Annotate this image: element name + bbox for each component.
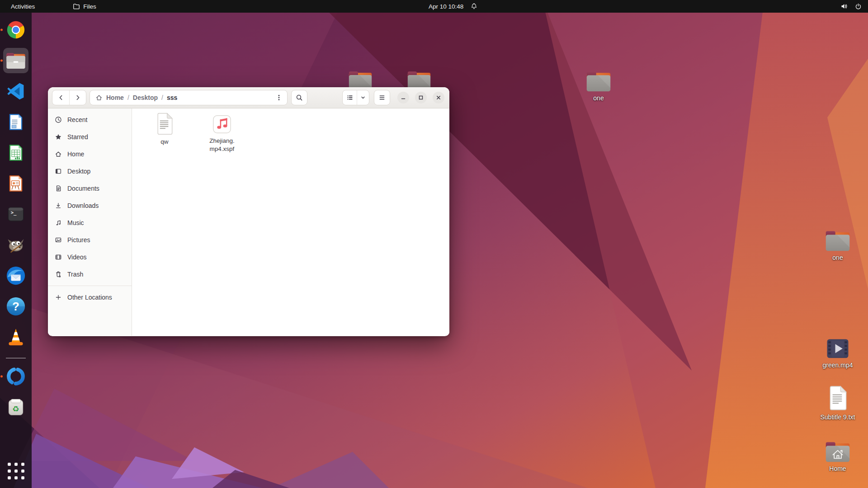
sidebar-item-label: Starred [67, 133, 88, 141]
dock-item-files[interactable] [2, 50, 30, 71]
dock-item-libreoffice-impress[interactable] [2, 173, 30, 194]
star-icon [55, 133, 62, 141]
system-status-area[interactable] [840, 0, 864, 13]
chrome-icon [5, 19, 26, 40]
sidebar-item-starred[interactable]: Starred [48, 128, 132, 145]
recent-icon [55, 116, 62, 123]
dock-divider [6, 358, 26, 358]
desktop-folder-home[interactable]: Home [813, 441, 863, 473]
plus-icon [55, 294, 62, 301]
picture-icon [55, 236, 62, 244]
sidebar-item-downloads[interactable]: Downloads [48, 197, 132, 214]
chevron-left-icon [57, 94, 65, 101]
trash-bin-icon: ♻ [6, 397, 26, 417]
dock-item-help[interactable]: ? [2, 296, 30, 317]
app-menu-label: Files [83, 3, 96, 10]
hamburger-menu-icon [378, 94, 386, 101]
sidebar-item-trash[interactable]: Trash [48, 266, 132, 283]
home-icon [55, 150, 62, 158]
desktop-icon-label: green.mp4 [823, 361, 853, 369]
dock-item-libreoffice-calc[interactable] [2, 142, 30, 164]
app-grid-button[interactable] [5, 460, 27, 482]
thunderbird-icon [5, 265, 26, 286]
dock-item-thunderbird[interactable] [2, 265, 30, 286]
dock-item-vlc[interactable] [2, 326, 30, 348]
file-label: Zhejiang. mp4.xspf [209, 137, 235, 153]
desktop-icon-label: one [832, 254, 843, 262]
path-menu-button[interactable] [273, 91, 285, 104]
svg-text:>_: >_ [11, 210, 17, 216]
maximize-button[interactable] [415, 92, 427, 103]
desktop-folder-one-right[interactable]: one [813, 230, 863, 262]
chevron-down-icon [360, 94, 366, 101]
desktop-file-subtitle-9-txt[interactable]: Subtitle 9.txt [813, 385, 863, 421]
sidebar-item-label: Trash [67, 271, 83, 278]
text-file-icon [826, 385, 849, 411]
vscode-icon [6, 81, 26, 101]
trash-icon [55, 271, 62, 278]
sidebar-item-label: Videos [67, 253, 87, 261]
sidebar-item-home[interactable]: Home [48, 145, 132, 163]
music-icon [55, 219, 62, 226]
running-indicator [0, 375, 3, 378]
sidebar-item-other-locations[interactable]: Other Locations [48, 289, 132, 306]
breadcrumb-current-folder: sss [167, 94, 177, 101]
sidebar-item-label: Recent [67, 116, 87, 123]
power-icon [855, 3, 862, 10]
breadcrumb-separator: / [161, 94, 163, 101]
file-item-qw[interactable]: qw [137, 112, 192, 146]
sidebar-item-videos[interactable]: Videos [48, 249, 132, 266]
close-button[interactable] [433, 92, 444, 103]
bell-icon [471, 3, 477, 10]
sidebar-item-pictures[interactable]: Pictures [48, 231, 132, 249]
desktop-folder-one-top[interactable]: one [574, 70, 623, 102]
maximize-icon [418, 95, 424, 100]
help-icon: ? [5, 296, 26, 317]
sidebar-item-music[interactable]: Music [48, 214, 132, 231]
dock-item-trash[interactable]: ♻ [2, 396, 30, 418]
hamburger-menu-button[interactable] [374, 90, 390, 105]
activities-button[interactable]: Activities [5, 0, 40, 13]
home-folder-icon [825, 441, 850, 463]
desktop-file-green-mp4[interactable]: green.mp4 [813, 338, 863, 369]
path-bar[interactable]: Home / Desktop / sss [90, 90, 288, 105]
dock: >_ [0, 13, 32, 488]
sidebar-item-label: Other Locations [67, 294, 112, 301]
focused-app-menu[interactable]: Files [67, 0, 102, 13]
sidebar-item-documents[interactable]: Documents [48, 180, 132, 197]
minimize-button[interactable] [397, 92, 409, 103]
search-button[interactable] [291, 90, 307, 105]
file-item-zhejiang-mp4-xspf[interactable]: Zhejiang. mp4.xspf [195, 112, 249, 153]
sidebar-item-recent[interactable]: Recent [48, 111, 132, 128]
dock-item-libreoffice-writer[interactable] [2, 111, 30, 133]
libreoffice-calc-icon [6, 143, 25, 163]
file-list-area[interactable]: qw Zhejiang. mp4.xspf [132, 108, 449, 336]
history-nav-group [52, 90, 86, 105]
sidebar-item-desktop[interactable]: Desktop [48, 163, 132, 180]
kebab-menu-icon [275, 94, 283, 101]
vlc-icon [5, 327, 26, 347]
breadcrumb-desktop[interactable]: Desktop [133, 94, 158, 101]
dock-item-gimp[interactable] [2, 234, 30, 256]
view-options-dropdown[interactable] [357, 90, 369, 105]
folder-icon [825, 230, 850, 252]
desktop-screen: Activities Files Apr 10 10:48 [0, 0, 868, 488]
back-button[interactable] [52, 90, 69, 105]
document-icon [55, 185, 62, 192]
dock-item-blue-circle-app[interactable] [2, 366, 30, 387]
desktop-icon-label: one [593, 94, 604, 102]
forward-button[interactable] [69, 90, 86, 105]
folder-icon [73, 3, 80, 10]
minimize-icon [401, 95, 406, 100]
dock-item-vscode[interactable] [2, 80, 30, 102]
clock-area[interactable]: Apr 10 10:48 [429, 0, 477, 13]
sidebar-separator [48, 286, 132, 286]
dock-item-chrome[interactable] [2, 19, 30, 41]
running-indicator [0, 60, 3, 62]
dock-item-terminal[interactable]: >_ [2, 203, 30, 225]
breadcrumb-home[interactable]: Home [106, 94, 124, 101]
places-sidebar: Recent Starred Home Desktop Documents [48, 108, 132, 336]
terminal-icon: >_ [6, 205, 26, 224]
search-icon [296, 94, 303, 101]
list-view-button[interactable] [343, 90, 357, 105]
